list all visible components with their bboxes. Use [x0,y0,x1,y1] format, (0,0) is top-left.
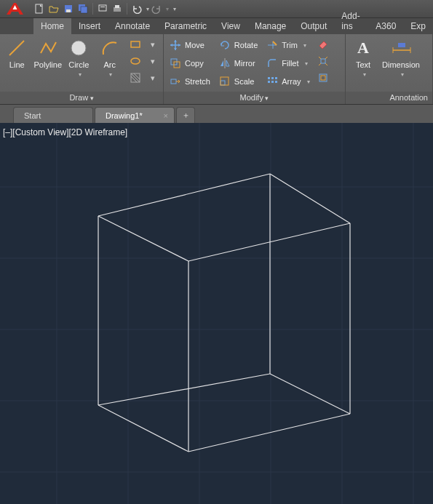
tab-annotate[interactable]: Annotate [108,18,157,34]
doc-tab-add[interactable]: ＋ [176,107,195,123]
dimension-label: Dimension [382,60,420,69]
rotate-button[interactable]: Rotate [216,37,261,53]
explode-icon[interactable] [316,54,330,68]
text-label: Text [356,60,370,69]
circle-icon [68,38,89,58]
svg-rect-6 [100,7,105,7]
ellipse-dd-icon[interactable]: ▾ [146,54,160,68]
hatch-icon[interactable] [128,71,143,85]
open-icon[interactable] [47,1,61,16]
stretch-button[interactable]: Stretch [167,73,213,89]
tab-home[interactable]: Home [33,18,71,34]
svg-rect-19 [171,79,176,84]
arc-icon [100,38,120,58]
mirror-button[interactable]: Mirror [216,55,261,71]
tab-manage[interactable]: Manage [247,18,293,34]
svg-line-16 [134,73,140,79]
panel-annotation-title[interactable]: Annotation [346,92,432,104]
qat-separator [127,3,127,15]
copy-button[interactable]: Copy [167,55,213,71]
mirror-label: Mirror [234,59,255,68]
svg-rect-2 [66,9,71,12]
line-button[interactable]: Line [3,36,31,69]
document-tabs: Start Drawing1* × ＋ [0,105,433,123]
polyline-icon [38,38,58,58]
array-button[interactable]: Array▾ [263,73,312,89]
svg-point-10 [71,41,86,55]
tab-parametric[interactable]: Parametric [157,18,214,34]
trim-icon [266,39,278,51]
doc-tab-start-label: Start [24,111,41,120]
doc-tab-drawing1-label: Drawing1* [106,111,143,120]
dimension-icon [391,38,411,58]
new-icon[interactable] [32,1,47,16]
viewport[interactable]: [–][Custom View][2D Wireframe] [0,123,433,504]
scale-button[interactable]: Scale [216,73,261,89]
trim-label: Trim [282,41,298,49]
panel-modify-title[interactable]: Modify [164,92,345,104]
fillet-icon [266,57,278,69]
tab-exp[interactable]: Exp [403,18,433,34]
tab-insert[interactable]: Insert [71,18,108,34]
svg-line-14 [131,76,137,82]
move-button[interactable]: Move [167,37,213,53]
doc-tab-drawing1[interactable]: Drawing1* × [95,107,175,123]
panel-modify: Move Copy Stretch Rotate Mirro [164,34,346,104]
svg-point-12 [131,58,140,64]
print-icon[interactable] [110,1,124,16]
dimension-button[interactable]: Dimension ▾ [381,36,421,78]
text-icon: A [353,38,373,58]
arc-dropdown-icon[interactable]: ▾ [109,71,112,78]
tab-view[interactable]: View [214,18,247,34]
dimension-dropdown-icon[interactable]: ▾ [401,71,404,78]
move-icon [170,39,181,51]
circle-button[interactable]: Circle ▾ [65,36,92,78]
svg-rect-23 [271,77,274,79]
svg-line-9 [9,41,24,55]
panel-draw: Line Polyline Circle ▾ Arc ▾ [0,34,164,104]
polyline-button[interactable]: Polyline [33,36,62,69]
ellipse-icon[interactable] [128,54,143,68]
array-label: Array [282,77,301,86]
rectangle-icon[interactable] [128,37,143,52]
plot-icon[interactable] [95,1,110,16]
circle-dropdown-icon[interactable]: ▾ [79,71,82,78]
qat-customize-icon[interactable]: ▾ [173,6,176,12]
fillet-button[interactable]: Fillet▾ [263,55,312,71]
svg-rect-4 [81,7,87,13]
close-icon[interactable]: × [164,111,168,120]
panel-draw-title[interactable]: Draw [0,92,163,104]
svg-rect-27 [275,81,277,83]
text-button[interactable]: A Text ▾ [349,36,378,78]
doc-tab-start[interactable]: Start [13,107,93,123]
svg-rect-28 [321,59,325,63]
text-dropdown-icon[interactable]: ▾ [363,71,366,78]
tab-a360[interactable]: A360 [368,18,403,34]
tab-addins[interactable]: Add-ins [334,8,368,34]
save-icon[interactable] [61,1,76,16]
trim-button[interactable]: Trim▾ [263,37,312,53]
fillet-label: Fillet [282,59,298,68]
tab-output[interactable]: Output [293,18,334,34]
spline-icon[interactable]: ▾ [146,37,160,52]
saveall-icon[interactable] [76,1,90,16]
svg-rect-34 [398,43,405,47]
offset-icon[interactable] [316,71,330,85]
view-controls-label-top[interactable]: [–][Custom View][2D Wireframe] [3,127,127,137]
undo-icon[interactable] [130,1,144,16]
wireframe-cube-clean [0,123,433,504]
redo-dropdown-icon[interactable]: ▾ [166,6,169,12]
rotate-label: Rotate [234,41,258,49]
line-icon [7,38,27,58]
svg-rect-22 [268,77,270,79]
app-logo-icon[interactable] [1,1,28,17]
erase-icon[interactable] [316,37,330,52]
scale-label: Scale [234,77,255,86]
arc-button[interactable]: Arc ▾ [96,36,124,78]
scale-icon [219,76,231,87]
hatch-dd-icon[interactable]: ▾ [146,71,160,85]
redo-icon[interactable] [149,1,164,16]
polyline-label: Polyline [33,60,62,69]
array-icon [266,76,278,87]
line-label: Line [9,60,25,69]
